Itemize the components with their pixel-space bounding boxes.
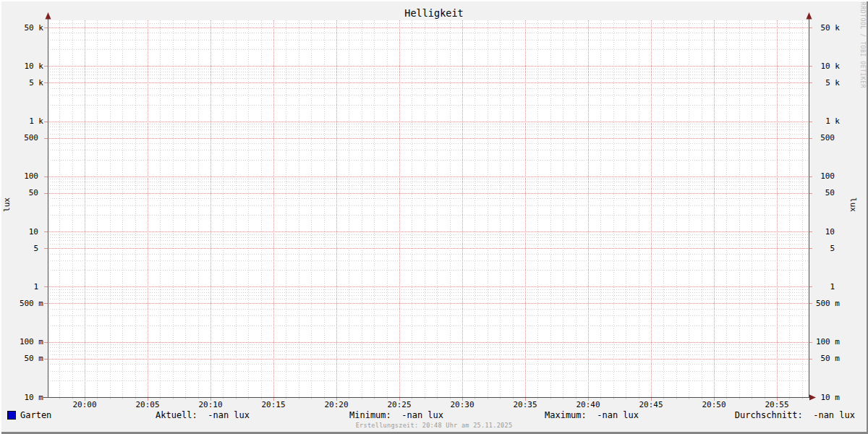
- stat-aktuell: Aktuell: -nan lux: [156, 410, 250, 420]
- x-tick-label: 20:45: [639, 400, 663, 409]
- y-tick-label-left: 50 k: [25, 23, 44, 33]
- y-tick-label-left: 50: [29, 188, 38, 197]
- x-tick-label: 20:40: [576, 400, 600, 409]
- x-tick-label: 20:10: [198, 400, 222, 409]
- y-tick-label-right: 50: [825, 188, 835, 197]
- y-axis-unit-left: lux: [2, 169, 12, 241]
- legend-series-label: Garten: [20, 410, 51, 420]
- y-tick-label-left: 5: [33, 244, 38, 253]
- y-tick-label-left: 5 k: [29, 78, 43, 88]
- y-tick-label-left: 10: [29, 227, 38, 237]
- x-tick-label: 20:35: [513, 400, 537, 409]
- y-tick-label-right: 500: [820, 133, 835, 142]
- x-tick-label: 20:55: [765, 400, 788, 409]
- x-tick-label: 20:50: [702, 400, 726, 409]
- y-tick-label-right: 1: [830, 282, 835, 292]
- y-tick-label-right: 50 k: [821, 23, 841, 33]
- y-axis-unit-right: lux: [848, 169, 858, 241]
- stat-durchschnitt: Durchschnitt: -nan lux: [735, 410, 855, 420]
- x-tick-label: 20:25: [387, 400, 411, 409]
- y-tick-label-left: 1: [33, 282, 38, 292]
- rrd-graph: Helligkeit RRDTOOL / TOBI OETIKER 20:002…: [0, 0, 868, 434]
- y-tick-label-left: 100: [24, 171, 38, 181]
- y-tick-label-right: 5: [830, 244, 835, 253]
- y-tick-label-right: 100 m: [816, 337, 840, 346]
- y-tick-label-left: 1 k: [29, 116, 43, 126]
- x-tick-label: 20:05: [135, 400, 159, 409]
- y-tick-label-right: 1 k: [825, 116, 840, 126]
- y-tick-label-right: 5 k: [825, 78, 840, 88]
- y-tick-label-right: 50 m: [821, 354, 841, 363]
- y-tick-label-right: 500 m: [816, 299, 840, 308]
- plot-canvas: [48, 20, 809, 397]
- legend-color-swatch: [7, 411, 16, 420]
- y-tick-label-right: 10: [825, 227, 835, 237]
- creation-time: Erstellungszeit: 20:48 Uhr am 25.11.2025: [0, 422, 868, 429]
- x-tick-label: 20:30: [450, 400, 474, 409]
- y-tick-label-right: 10 k: [821, 61, 841, 71]
- plot-area: 20:0020:0520:1020:1520:2020:2520:3020:35…: [0, 0, 868, 434]
- y-axis-arrow-left: [46, 12, 51, 20]
- y-tick-label-left: 10 m: [25, 393, 44, 402]
- x-tick-label: 20:00: [72, 400, 96, 409]
- y-tick-label-left: 500 m: [20, 299, 43, 308]
- y-tick-label-left: 10 k: [25, 61, 44, 71]
- y-tick-label-right: 10 m: [821, 393, 841, 402]
- y-tick-label-left: 100 m: [20, 337, 43, 346]
- stat-maximum: Maximum: -nan lux: [545, 410, 639, 420]
- y-axis-arrow-right: [807, 12, 812, 20]
- x-tick-label: 20:20: [324, 400, 348, 409]
- x-axis-arrow: [809, 395, 816, 401]
- y-tick-label-right: 100: [820, 171, 835, 181]
- y-tick-label-left: 50 m: [25, 354, 44, 363]
- x-tick-label: 20:15: [261, 400, 285, 409]
- stat-minimum: Minimum: -nan lux: [349, 410, 443, 420]
- y-tick-label-left: 500: [24, 133, 38, 142]
